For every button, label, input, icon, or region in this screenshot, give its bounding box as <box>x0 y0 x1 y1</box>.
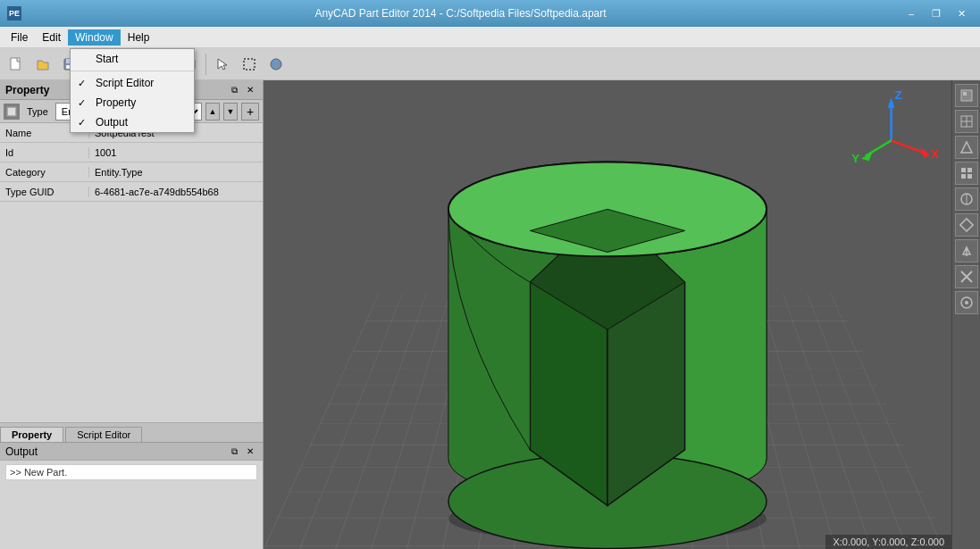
dd-item-output[interactable]: ✓ Output <box>71 112 194 132</box>
svg-text:Y: Y <box>851 152 859 165</box>
globe-button[interactable] <box>264 52 289 77</box>
prop-key-typeguid: Type GUID <box>0 187 89 197</box>
dd-separator <box>71 71 194 71</box>
bottom-tabs: Property Script Editor <box>0 422 263 442</box>
prop-value-category: Entity.Type <box>89 167 263 178</box>
left-panel: Property ⧉ ✕ Type Entity Type ▲ ▼ <box>0 80 264 549</box>
prop-row-id[interactable]: Id 1001 <box>0 143 263 162</box>
svg-line-22 <box>892 140 926 153</box>
main-layout: Property ⧉ ✕ Type Entity Type ▲ ▼ <box>0 80 980 549</box>
prop-key-id: Id <box>0 147 89 158</box>
prop-row-typeguid[interactable]: Type GUID 6-4681-ac7e-a749db554b68 <box>0 182 263 202</box>
type-nav-up[interactable]: ▲ <box>205 103 220 121</box>
output-header: Output ⧉ ✕ <box>0 443 263 461</box>
dd-item-start[interactable]: Start <box>71 49 194 69</box>
titlebar-left: PE <box>7 6 21 21</box>
right-btn-5[interactable] <box>955 187 978 211</box>
svg-rect-29 <box>963 92 967 96</box>
right-btn-4[interactable] <box>955 162 978 185</box>
output-line-1: >> New Part. <box>5 464 257 480</box>
menu-window[interactable]: Window <box>68 29 121 46</box>
right-btn-8[interactable] <box>955 265 978 288</box>
tab-script-editor[interactable]: Script Editor <box>65 427 142 442</box>
right-btn-1[interactable] <box>955 84 978 107</box>
right-btn-6[interactable] <box>955 213 978 237</box>
property-close-button[interactable]: ✕ <box>243 83 257 97</box>
status-bar: X:0.000, Y:0.000, Z:0.000 <box>825 535 951 549</box>
property-float-button[interactable]: ⧉ <box>227 83 241 97</box>
prop-value-id: 1001 <box>89 147 263 158</box>
output-panel: Output ⧉ ✕ >> New Part. <box>0 442 263 549</box>
select-box-button[interactable] <box>237 52 262 77</box>
svg-rect-8 <box>244 59 255 70</box>
close-button[interactable]: ✕ <box>950 4 973 22</box>
right-btn-2[interactable] <box>955 110 978 133</box>
titlebar-controls: – ❐ ✕ <box>900 4 973 22</box>
property-checkmark: ✓ <box>78 97 86 109</box>
toolbar-separator-3 <box>205 54 206 75</box>
svg-point-44 <box>965 301 968 304</box>
prop-value-typeguid: 6-4681-ac7e-a749db554b68 <box>89 187 263 197</box>
property-header-icons: ⧉ ✕ <box>227 83 257 97</box>
type-icon <box>4 104 20 120</box>
output-title: Output <box>5 445 38 458</box>
svg-rect-13 <box>8 108 15 115</box>
tab-property[interactable]: Property <box>0 427 63 442</box>
right-btn-9[interactable] <box>955 291 978 314</box>
cursor-button[interactable] <box>210 52 235 77</box>
output-float-button[interactable]: ⧉ <box>227 445 241 459</box>
menu-edit[interactable]: Edit <box>35 29 68 46</box>
window-dropdown: Start ✓ Script Editor ✓ Property ✓ Outpu… <box>70 48 195 133</box>
titlebar-title: AnyCAD Part Editor 2014 - C:/Softpedia F… <box>21 7 900 20</box>
svg-rect-36 <box>961 174 966 179</box>
svg-marker-7 <box>218 59 227 70</box>
svg-marker-26 <box>861 153 873 162</box>
right-btn-3[interactable] <box>955 136 978 159</box>
script-editor-checkmark: ✓ <box>78 78 86 89</box>
svg-marker-20 <box>888 97 895 108</box>
menu-help[interactable]: Help <box>121 29 157 46</box>
prop-key-category: Category <box>0 167 89 178</box>
svg-rect-35 <box>967 168 972 172</box>
svg-rect-37 <box>967 174 972 179</box>
svg-rect-40 <box>959 219 972 231</box>
output-checkmark: ✓ <box>78 117 86 129</box>
prop-row-category[interactable]: Category Entity.Type <box>0 162 263 182</box>
svg-text:Z: Z <box>894 88 901 102</box>
titlebar: PE AnyCAD Part Editor 2014 - C:/Softpedi… <box>0 0 980 27</box>
restore-button[interactable]: ❐ <box>925 4 948 22</box>
type-label: Type <box>23 106 52 117</box>
svg-rect-34 <box>961 168 966 172</box>
right-btn-7[interactable] <box>955 239 978 262</box>
dd-item-script-editor[interactable]: ✓ Script Editor <box>71 73 194 93</box>
minimize-button[interactable]: – <box>900 4 923 22</box>
svg-marker-33 <box>961 142 972 153</box>
app-icon: PE <box>7 6 21 21</box>
property-table: Name SoftpediaTest Id 1001 Category Enti… <box>0 123 263 422</box>
svg-line-25 <box>866 140 892 155</box>
right-toolbar <box>951 80 980 549</box>
output-close-button[interactable]: ✕ <box>243 445 257 459</box>
output-content: >> New Part. <box>0 461 263 549</box>
svg-text:X: X <box>931 147 939 161</box>
new-button[interactable] <box>4 52 29 77</box>
open-button[interactable] <box>30 52 55 77</box>
cad-object: Z X Y <box>264 80 951 549</box>
menu-file[interactable]: File <box>4 29 35 46</box>
type-nav-down[interactable]: ▼ <box>223 103 238 121</box>
menubar: File Edit Window Help Start ✓ Script Edi… <box>0 27 980 48</box>
type-add-button[interactable]: + <box>241 103 259 121</box>
viewport[interactable]: Z X Y X:0.000, Y:0.000, Z:0.000 <box>264 80 951 549</box>
dd-item-property[interactable]: ✓ Property <box>71 93 194 112</box>
property-panel-title: Property <box>5 84 49 96</box>
